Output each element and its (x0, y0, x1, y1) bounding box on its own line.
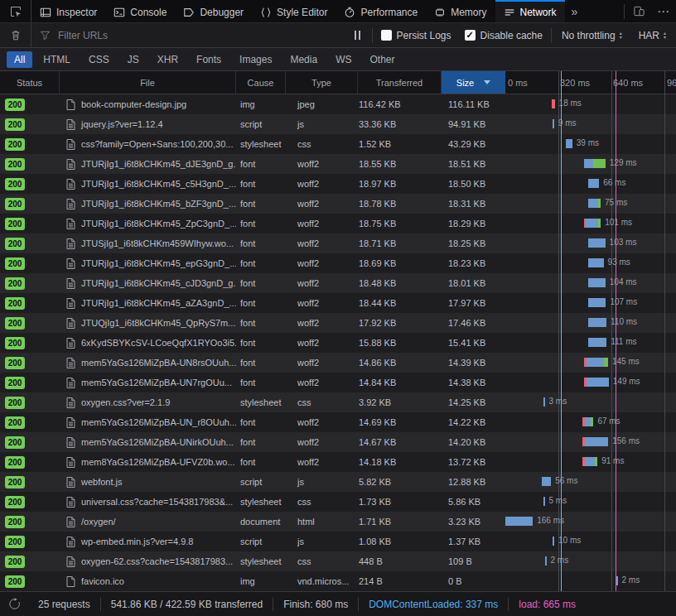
waterfall-cell: 18 ms (505, 94, 676, 114)
responsive-design-mode-button[interactable] (626, 0, 651, 22)
filter-css[interactable]: CSS (81, 51, 117, 68)
status-cell: 200 (0, 571, 60, 591)
waterfall-duration-label: 103 ms (610, 238, 637, 247)
waterfall-bar (552, 99, 555, 108)
file-lines-icon (66, 358, 75, 368)
file-name: JTUSjIg1_i6t8kCHKm459WIhyw.wo... (81, 238, 234, 248)
file-lines-icon (66, 378, 75, 388)
table-row[interactable]: 200 JTURjIg1_i6t8kCHKm45_dJE3gnD_g... fo… (0, 154, 676, 174)
tab-network[interactable]: Network (495, 0, 565, 22)
table-row[interactable]: 200 JTUQjIg1_i6t8kCHKm45_QpRyS7m.... fon… (0, 313, 676, 333)
waterfall-bar (582, 457, 597, 466)
har-dropdown[interactable]: HAR ▴▾ (630, 23, 676, 47)
tab-performance[interactable]: Performance (336, 0, 426, 22)
filter-urls-input[interactable] (56, 29, 305, 42)
filter-media[interactable]: Media (282, 51, 325, 68)
performance-analysis-button[interactable] (0, 598, 28, 610)
devtools-menu-button[interactable]: ⋯ (651, 0, 676, 22)
table-row[interactable]: 200 /oxygen/ document html 1.71 KB 3.23 … (0, 512, 676, 532)
tab-style-editor[interactable]: Style Editor (252, 0, 336, 22)
type-cell: woff2 (286, 353, 358, 373)
throttling-dropdown[interactable]: No throttling ▴▾ (553, 23, 630, 47)
persist-logs-label: Persist Logs (397, 30, 451, 41)
status-badge: 200 (5, 238, 25, 250)
table-row[interactable]: 200 mem8YaGs126MiZpBA-UFVZ0b.wo... font … (0, 452, 676, 472)
size-cell: 116.11 KB (442, 94, 505, 114)
column-header-transferred[interactable]: Transferred (358, 71, 442, 94)
table-row[interactable]: 200 JTURjIg1_i6t8kCHKm45_cJD3gnD_g... fo… (0, 273, 676, 293)
persist-logs-toggle[interactable]: Persist Logs (374, 30, 458, 41)
filter-xhr[interactable]: XHR (150, 51, 186, 68)
table-row[interactable]: 200 css?family=Open+Sans:100,200,30... s… (0, 134, 676, 154)
clear-requests-button[interactable] (0, 23, 31, 47)
persist-logs-checkbox[interactable] (381, 30, 392, 41)
status-badge: 200 (5, 496, 25, 508)
table-row[interactable]: 200 wp-embed.min.js?ver=4.9.8 script js … (0, 532, 676, 551)
file-cell: mem5YaGs126MiZpBA-UNirkOUuh... (60, 432, 236, 452)
status-cell: 200 (0, 154, 60, 174)
table-row[interactable]: 200 mem5YaGs126MiZpBA-UN_r8OUuh... font … (0, 412, 676, 432)
column-header-type[interactable]: Type (286, 71, 358, 94)
type-cell: woff2 (286, 452, 358, 472)
file-name: mem5YaGs126MiZpBA-UN7rgOUu... (81, 378, 232, 387)
table-row[interactable]: 200 jquery.js?ver=1.12.4 script js 33.36… (0, 114, 676, 134)
type-cell: woff2 (286, 214, 358, 233)
status-badge: 200 (5, 436, 25, 449)
filter-all[interactable]: All (7, 51, 32, 68)
file-name: JTURjIg1_i6t8kCHKm45_epG3gnD_... (81, 258, 236, 268)
disable-cache-toggle[interactable]: ✓ Disable cache (458, 30, 549, 41)
segment-wait (505, 517, 533, 526)
column-header-size-sorted[interactable]: Size (442, 71, 505, 94)
transferred-cell: 18.97 KB (358, 174, 442, 194)
element-picker-button[interactable] (0, 0, 31, 22)
filter-html[interactable]: HTML (36, 51, 78, 68)
table-row[interactable]: 200 JTURjIg1_i6t8kCHKm45_c5H3gnD_... fon… (0, 174, 676, 194)
filter-js[interactable]: JS (120, 51, 147, 68)
status-cell: 200 (0, 174, 60, 194)
table-row[interactable]: 200 mem5YaGs126MiZpBA-UN8rsOUuh... font … (0, 353, 676, 373)
table-row[interactable]: 200 oxygen-62.css?cache=1543817983... st… (0, 551, 676, 571)
cause-cell: document (236, 512, 286, 532)
table-row[interactable]: 200 mem5YaGs126MiZpBA-UN7rgOUu... font w… (0, 373, 676, 392)
filter-fonts[interactable]: Fonts (189, 51, 229, 68)
file-lines-icon (66, 537, 75, 547)
transferred-cell: 15.88 KB (358, 333, 442, 353)
file-name: JTURjIg1_i6t8kCHKm45_c5H3gnD_... (81, 179, 236, 189)
tabs-overflow-chevron[interactable]: » (565, 0, 585, 22)
table-row[interactable]: 200 JTURjIg1_i6t8kCHKm45_epG3gnD_... fon… (0, 253, 676, 273)
table-row[interactable]: 200 JTUSjIg1_i6t8kCHKm459WIhyw.wo... fon… (0, 233, 676, 253)
filter-other[interactable]: Other (362, 51, 402, 68)
tab-console[interactable]: Console (105, 0, 175, 22)
column-header-file[interactable]: File (60, 71, 236, 94)
status-cell: 200 (0, 194, 60, 214)
filter-ws[interactable]: WS (328, 51, 359, 68)
waterfall-cell: 2 ms (505, 551, 676, 571)
waterfall-cell: 107 ms (505, 293, 676, 313)
pause-traffic-button[interactable] (345, 23, 370, 47)
waterfall-bar (588, 179, 599, 188)
filter-images[interactable]: Images (232, 51, 279, 68)
transferred-cell: 14.67 KB (358, 432, 442, 452)
table-row[interactable]: 200 6xKydSBYKcSV-LCoeQqfX1RYOo3i5... fon… (0, 333, 676, 353)
table-row[interactable]: 200 JTURjIg1_i6t8kCHKm45_bZF3gnD_... fon… (0, 194, 676, 214)
table-row[interactable]: 200 book-computer-design.jpg img jpeg 11… (0, 94, 676, 114)
segment-wait (585, 457, 595, 466)
table-row[interactable]: 200 JTURjIg1_i6t8kCHKm45_ZpC3gnD_... fon… (0, 214, 676, 233)
tab-label: Style Editor (277, 7, 327, 18)
table-row[interactable]: 200 webfont.js script js 5.82 KB 12.88 K… (0, 472, 676, 492)
table-row[interactable]: 200 JTURjIg1_i6t8kCHKm45_aZA3gnD_... fon… (0, 293, 676, 313)
tab-debugger[interactable]: Debugger (175, 0, 252, 22)
waterfall-cell: 5 ms (505, 492, 676, 512)
tab-memory[interactable]: Memory (426, 0, 495, 22)
column-header-status[interactable]: Status (0, 71, 60, 94)
tab-inspector[interactable]: Inspector (31, 0, 105, 22)
table-row[interactable]: 200 oxygen.css?ver=2.1.9 stylesheet css … (0, 392, 676, 412)
waterfall-cell: 67 ms (505, 412, 676, 432)
disable-cache-checkbox[interactable]: ✓ (465, 30, 476, 41)
file-name: JTURjIg1_i6t8kCHKm45_bZF3gnD_... (81, 199, 236, 209)
table-row[interactable]: 200 favicon.ico img vnd.micros... 214 B … (0, 571, 676, 591)
table-row[interactable]: 200 universal.css?cache=1543817983&... s… (0, 492, 676, 512)
type-cell: vnd.micros... (286, 571, 358, 591)
column-header-cause[interactable]: Cause (236, 71, 286, 94)
table-row[interactable]: 200 mem5YaGs126MiZpBA-UNirkOUuh... font … (0, 432, 676, 452)
